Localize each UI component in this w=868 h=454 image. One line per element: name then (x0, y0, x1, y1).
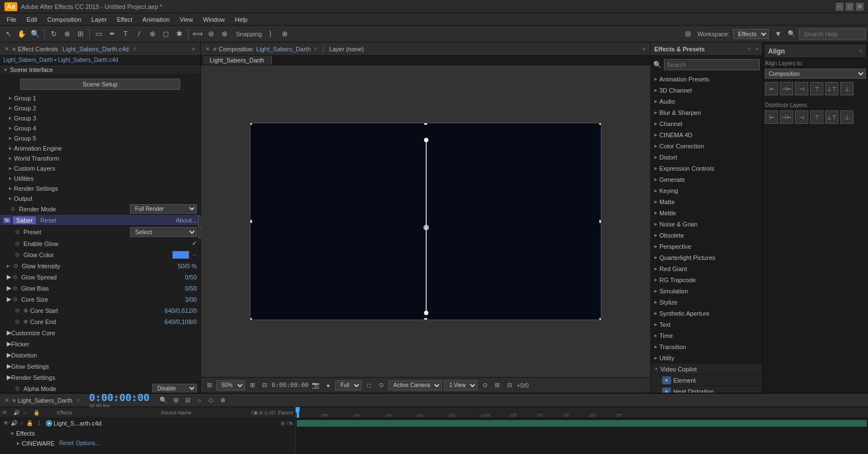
simulation-category[interactable]: ▶Simulation (651, 286, 762, 297)
viewer-fit-btn[interactable]: ⊞ (204, 380, 214, 390)
clone-tool[interactable]: ⊕ (146, 28, 158, 40)
glow-spread-value[interactable]: 0/50 (185, 274, 197, 281)
distribute-center-h-btn[interactable]: ⊣⊢ (780, 110, 793, 124)
text-tool[interactable]: T (119, 28, 132, 40)
text-category[interactable]: ▶Text (651, 319, 762, 330)
camera-rotate-tool[interactable]: ↻ (47, 28, 60, 40)
timeline-layer-btn5[interactable]: ⊕ (218, 395, 228, 405)
saber-render-settings-row[interactable]: ▶ Render Settings (0, 372, 200, 383)
expression-controls-category[interactable]: ▶Expression Controls (651, 163, 762, 174)
handle-bottom-middle[interactable] (424, 318, 427, 320)
snapping-option[interactable]: ⊕ (279, 28, 291, 40)
views-dropdown[interactable]: 1 View (444, 380, 478, 390)
handle-top-right[interactable] (599, 123, 601, 125)
output-item[interactable]: ▶Output (0, 194, 200, 204)
scene-interface-header[interactable]: ▼ Scene Interface (0, 65, 200, 75)
menu-animation[interactable]: Animation (138, 15, 174, 24)
viewer-render[interactable]: ⊞ (492, 380, 502, 390)
selection-tool[interactable]: ↖ (2, 28, 15, 40)
keying-category[interactable]: ▶Keying (651, 185, 762, 196)
mettle-category[interactable]: ▶Mettle (651, 207, 762, 219)
core-end-value[interactable]: 640/0,108/0 (165, 318, 197, 325)
maximize-button[interactable]: □ (846, 3, 853, 11)
glow-color-arrow[interactable]: → (191, 252, 197, 258)
layer-1-solo-btn[interactable]: ○ (18, 419, 26, 427)
timeline-layer-btn3[interactable]: ○ (194, 395, 204, 405)
transition-category[interactable]: ▶Transition (651, 341, 762, 352)
viewer-color-btn[interactable]: ● (323, 380, 333, 390)
brush-tool[interactable]: / (133, 28, 145, 40)
effects-sub-row[interactable]: ▶ Effects (0, 428, 295, 438)
distribute-bottom-btn[interactable]: ⊥ (840, 110, 853, 124)
layer-1-bar[interactable] (297, 420, 867, 427)
zoom-dropdown[interactable]: 50% (216, 380, 245, 390)
stylize-category[interactable]: ▶Stylize (651, 297, 762, 308)
red-giant-category[interactable]: ▶Red Giant (651, 263, 762, 274)
workspace-dropdown[interactable]: Effects (733, 29, 769, 39)
matte-category[interactable]: ▶Matte (651, 196, 762, 207)
menu-file[interactable]: File (2, 15, 21, 24)
animation-presets-category[interactable]: ▶Animation Presets (651, 74, 762, 85)
effects-presets-menu[interactable]: ≡ (748, 46, 751, 52)
timeline-layer-btn1[interactable]: ⊞ (171, 395, 181, 405)
handle-right-middle[interactable] (599, 220, 601, 223)
audio-category[interactable]: ▶Audio (651, 96, 762, 107)
glow-color-swatch[interactable] (172, 251, 189, 259)
comp-expand-btn[interactable]: » (640, 46, 647, 52)
puppet-tool[interactable]: ⊛ (205, 28, 217, 40)
render-settings-item[interactable]: ▶Render Settings (0, 183, 200, 194)
customize-core-row[interactable]: ▶ Customize Core (0, 327, 200, 339)
utility-category[interactable]: ▶Utility (651, 352, 762, 364)
menu-layer[interactable]: Layer (87, 15, 112, 24)
pen-tool[interactable]: ✒ (106, 28, 118, 40)
distribute-left-btn[interactable]: ⊢ (765, 110, 778, 124)
comp-menu[interactable]: ≡ (314, 46, 317, 52)
element-item[interactable]: ■ Element (651, 375, 762, 386)
align-menu[interactable]: ≡ (859, 48, 862, 54)
align-top-btn[interactable]: ⊤ (810, 82, 823, 95)
panel-menu-icon[interactable]: ≡ (133, 46, 137, 52)
heat-distortion-item[interactable]: ■ Heat Distortion (651, 386, 762, 393)
cineware-options-btn[interactable]: Options... (76, 440, 100, 446)
distortion-row[interactable]: ▶ Distortion (0, 350, 200, 361)
comp-name-tab[interactable]: Light_Sabers_Darth (203, 56, 272, 65)
glow-intensity-value[interactable]: 50/0 % (178, 263, 197, 269)
menu-help[interactable]: Help (230, 15, 252, 24)
effects-presets-expand[interactable]: » (755, 46, 759, 52)
group2-item[interactable]: ▶Group 2 (0, 103, 200, 113)
flicker-row[interactable]: ▶ Flicker (0, 339, 200, 350)
roto-tool[interactable]: ✱ (173, 28, 185, 40)
timeline-layer-btn4[interactable]: ◇ (206, 395, 216, 405)
viewer-safe-zones[interactable]: ⊟ (259, 380, 269, 390)
quarterlight-category[interactable]: ▶Quarterlight Pictures (651, 252, 762, 263)
align-right-btn[interactable]: ⊣ (795, 82, 808, 95)
cineware-row[interactable]: ▶ CINEWARE Reset Options... (0, 438, 295, 448)
align-bottom-btn[interactable]: ⊥ (840, 82, 853, 95)
handle-bottom-right[interactable] (599, 318, 601, 320)
blur-sharpen-category[interactable]: ▶Blur & Sharpen (651, 107, 762, 118)
cinema4d-category[interactable]: ▶CINEMA 4D (651, 129, 762, 141)
zoom-tool[interactable]: 🔍 (29, 28, 41, 40)
utilities-item[interactable]: ▶Utilities (0, 173, 200, 183)
timeline-close-btn[interactable]: ✕ (3, 397, 10, 404)
distribute-right-btn[interactable]: ⊣ (795, 110, 808, 124)
distribute-center-v-btn[interactable]: ⊥⊤ (825, 110, 838, 124)
world-transform-item[interactable]: ▶World Transform (0, 153, 200, 163)
workspace-menu-btn[interactable]: ▼ (772, 28, 784, 40)
align-left-btn[interactable]: ⊢ (765, 82, 778, 95)
menu-composition[interactable]: Composition (43, 15, 86, 24)
composition-canvas[interactable] (250, 123, 601, 320)
layer-1-track[interactable] (296, 418, 868, 428)
viewer-camera-btn[interactable]: 📷 (311, 380, 321, 390)
viewer-exposure[interactable]: ⊙ (376, 380, 386, 390)
layer-1-lock-btn[interactable]: 🔒 (26, 419, 33, 427)
timeline-search-btn[interactable]: 🔍 (158, 395, 168, 405)
viewer-snapshot[interactable]: ⊙ (480, 380, 490, 390)
timeline-layer-btn2[interactable]: ⊟ (182, 395, 192, 405)
group1-item[interactable]: ▶Group 1 (0, 93, 200, 103)
time-category[interactable]: ▶Time (651, 330, 762, 341)
group5-item[interactable]: ▶Group 5 (0, 133, 200, 143)
layer-1-audio-btn[interactable]: 🔊 (10, 419, 18, 427)
menu-window[interactable]: Window (199, 15, 229, 24)
custom-layers-item[interactable]: ▶Custom Layers (0, 163, 200, 173)
